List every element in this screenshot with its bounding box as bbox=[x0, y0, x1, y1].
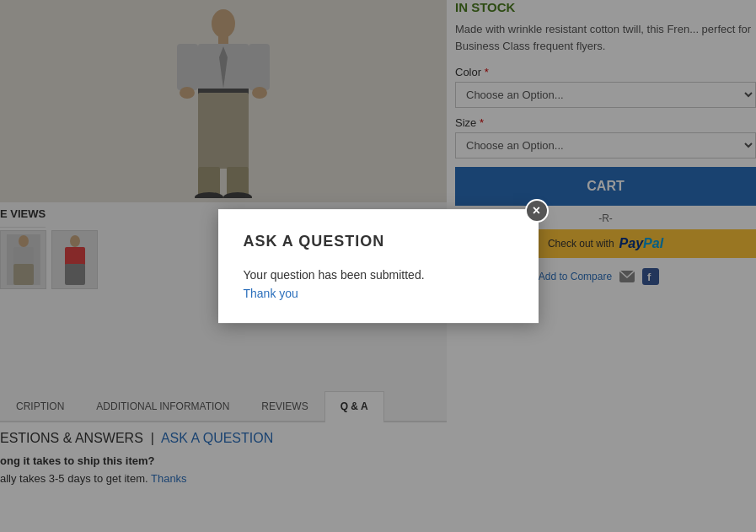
page-wrapper: E VIEWS bbox=[0, 0, 756, 532]
modal-close-button[interactable]: × bbox=[525, 199, 549, 223]
modal-message: Your question has been submitted. Thank … bbox=[244, 266, 513, 304]
modal-title: ASK A QUESTION bbox=[244, 233, 513, 250]
ask-question-modal: × ASK A QUESTION Your question has been … bbox=[218, 209, 539, 324]
modal-thank-you: Thank you bbox=[244, 287, 298, 300]
